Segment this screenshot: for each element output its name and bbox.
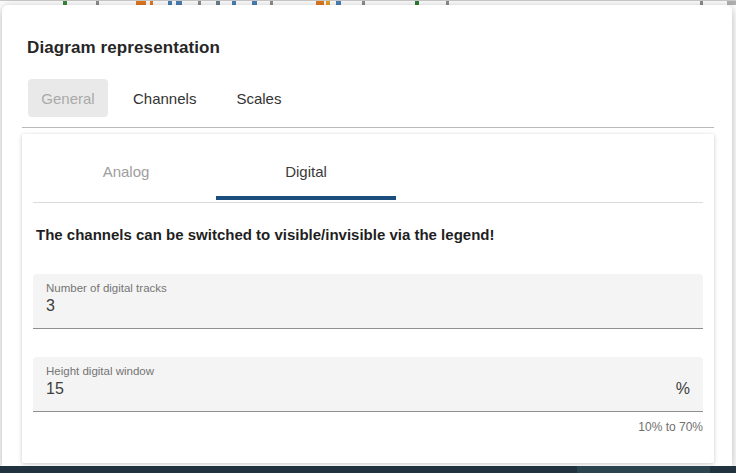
number-of-digital-tracks-field[interactable]: Number of digital tracks xyxy=(33,274,703,329)
active-tab-indicator xyxy=(216,196,396,200)
general-settings-card: Analog Digital The channels can be switc… xyxy=(22,134,714,463)
number-of-digital-tracks-input[interactable] xyxy=(46,297,690,315)
main-tab-bar: General Channels Scales xyxy=(28,79,732,117)
percent-suffix: % xyxy=(676,380,690,398)
range-hint-text: 10% to 70% xyxy=(33,420,703,434)
height-digital-window-input[interactable] xyxy=(46,380,676,398)
dialog-title: Diagram representation xyxy=(27,38,707,58)
tab-general[interactable]: General xyxy=(28,79,108,117)
sub-tab-bar: Analog Digital xyxy=(33,134,703,203)
legend-notice-text: The channels can be switched to visible/… xyxy=(36,226,703,243)
backdrop-bottom-bar xyxy=(0,466,736,473)
field-label: Height digital window xyxy=(46,365,690,377)
bottom-bar-segment xyxy=(577,466,710,473)
sub-tab-digital[interactable]: Digital xyxy=(216,134,396,202)
height-digital-window-field[interactable]: Height digital window % xyxy=(33,357,703,412)
diagram-representation-dialog: Diagram representation General Channels … xyxy=(2,5,732,466)
field-label: Number of digital tracks xyxy=(46,282,690,294)
tab-channels[interactable]: Channels xyxy=(133,90,196,107)
tab-scales[interactable]: Scales xyxy=(236,90,281,107)
tab-section-divider xyxy=(22,127,714,128)
sub-tab-analog[interactable]: Analog xyxy=(36,134,216,202)
backdrop-fragment xyxy=(727,1,736,5)
